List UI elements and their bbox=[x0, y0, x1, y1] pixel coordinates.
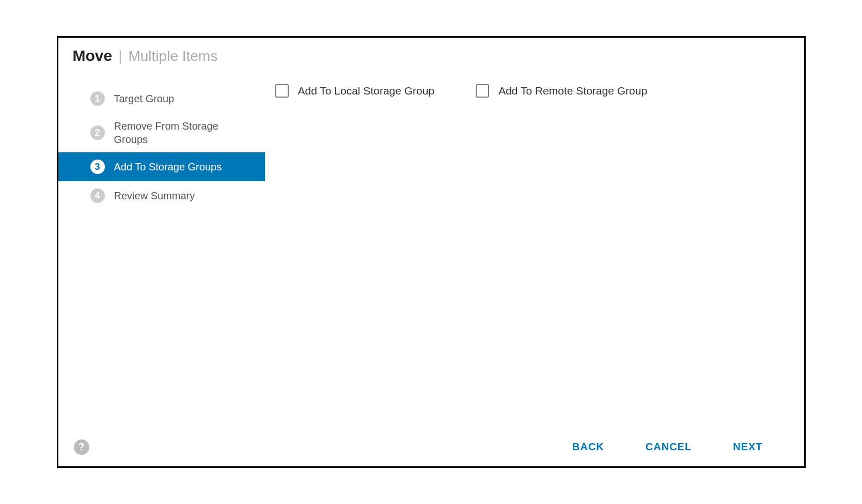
step-content: Add To Local Storage Group Add To Remote… bbox=[265, 70, 804, 430]
step-target-group[interactable]: 1 Target Group bbox=[58, 84, 265, 113]
cancel-button[interactable]: CANCEL bbox=[625, 437, 712, 457]
help-icon[interactable]: ? bbox=[74, 439, 89, 455]
dialog-footer: ? BACK CANCEL NEXT bbox=[58, 430, 804, 466]
add-to-remote-storage-group-option[interactable]: Add To Remote Storage Group bbox=[476, 84, 647, 98]
dialog-subtitle: Multiple Items bbox=[128, 48, 217, 65]
step-number-badge: 4 bbox=[90, 188, 105, 203]
step-label: Review Summary bbox=[114, 189, 195, 202]
move-dialog: Move | Multiple Items 1 Target Group 2 R… bbox=[57, 36, 806, 468]
add-to-local-storage-group-option[interactable]: Add To Local Storage Group bbox=[275, 84, 435, 98]
wizard-steps-sidebar: 1 Target Group 2 Remove From Storage Gro… bbox=[58, 70, 265, 430]
step-number-badge: 3 bbox=[90, 160, 105, 174]
checkbox-icon[interactable] bbox=[476, 84, 489, 98]
checkbox-icon[interactable] bbox=[275, 84, 289, 98]
step-label: Target Group bbox=[114, 92, 175, 105]
step-label: Remove From Storage Groups bbox=[114, 119, 255, 146]
step-number-badge: 1 bbox=[90, 91, 105, 106]
step-number-badge: 2 bbox=[90, 125, 105, 140]
step-review-summary[interactable]: 4 Review Summary bbox=[58, 181, 265, 210]
dialog-title-separator: | bbox=[118, 48, 122, 65]
next-button[interactable]: NEXT bbox=[712, 437, 783, 457]
checkbox-label: Add To Remote Storage Group bbox=[498, 85, 647, 97]
dialog-body: 1 Target Group 2 Remove From Storage Gro… bbox=[58, 70, 804, 430]
step-add-to-storage-groups[interactable]: 3 Add To Storage Groups bbox=[58, 152, 265, 181]
dialog-title: Move bbox=[73, 47, 113, 65]
back-button[interactable]: BACK bbox=[552, 437, 625, 457]
step-remove-from-storage-groups[interactable]: 2 Remove From Storage Groups bbox=[58, 113, 265, 152]
checkbox-label: Add To Local Storage Group bbox=[298, 85, 435, 97]
dialog-header: Move | Multiple Items bbox=[58, 38, 804, 70]
step-label: Add To Storage Groups bbox=[114, 160, 222, 174]
